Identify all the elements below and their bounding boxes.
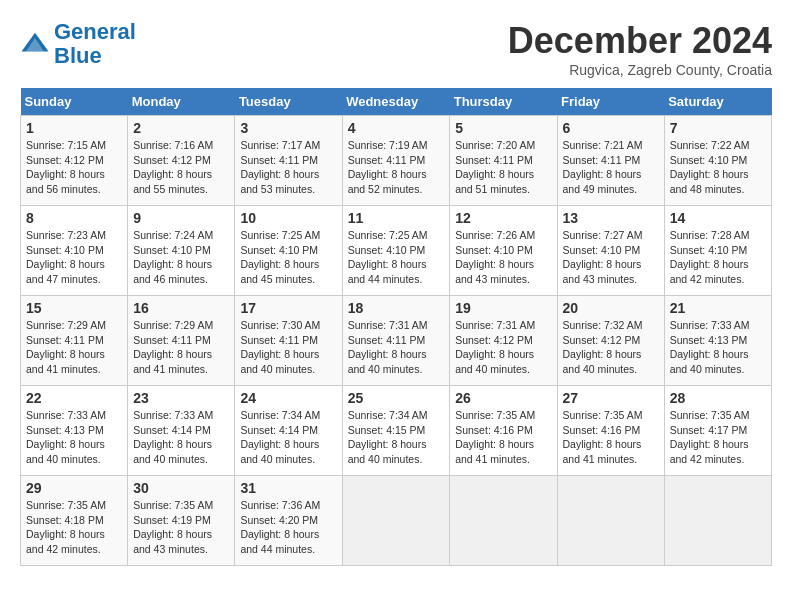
day-info: Sunrise: 7:15 AMSunset: 4:12 PMDaylight:… bbox=[26, 139, 106, 195]
title-block: December 2024 Rugvica, Zagreb County, Cr… bbox=[508, 20, 772, 78]
day-number: 9 bbox=[133, 210, 229, 226]
calendar-week-4: 22Sunrise: 7:33 AMSunset: 4:13 PMDayligh… bbox=[21, 386, 772, 476]
header-day-tuesday: Tuesday bbox=[235, 88, 342, 116]
day-info: Sunrise: 7:27 AMSunset: 4:10 PMDaylight:… bbox=[563, 229, 643, 285]
day-number: 20 bbox=[563, 300, 659, 316]
day-number: 17 bbox=[240, 300, 336, 316]
day-info: Sunrise: 7:31 AMSunset: 4:11 PMDaylight:… bbox=[348, 319, 428, 375]
day-info: Sunrise: 7:35 AMSunset: 4:19 PMDaylight:… bbox=[133, 499, 213, 555]
calendar-cell: 15Sunrise: 7:29 AMSunset: 4:11 PMDayligh… bbox=[21, 296, 128, 386]
day-number: 21 bbox=[670, 300, 766, 316]
calendar-cell bbox=[664, 476, 771, 566]
calendar-cell: 21Sunrise: 7:33 AMSunset: 4:13 PMDayligh… bbox=[664, 296, 771, 386]
calendar-cell: 4Sunrise: 7:19 AMSunset: 4:11 PMDaylight… bbox=[342, 116, 450, 206]
calendar-cell: 8Sunrise: 7:23 AMSunset: 4:10 PMDaylight… bbox=[21, 206, 128, 296]
calendar-cell: 26Sunrise: 7:35 AMSunset: 4:16 PMDayligh… bbox=[450, 386, 557, 476]
day-number: 4 bbox=[348, 120, 445, 136]
day-info: Sunrise: 7:35 AMSunset: 4:16 PMDaylight:… bbox=[455, 409, 535, 465]
day-info: Sunrise: 7:16 AMSunset: 4:12 PMDaylight:… bbox=[133, 139, 213, 195]
day-number: 12 bbox=[455, 210, 551, 226]
calendar-cell: 13Sunrise: 7:27 AMSunset: 4:10 PMDayligh… bbox=[557, 206, 664, 296]
day-number: 18 bbox=[348, 300, 445, 316]
location-subtitle: Rugvica, Zagreb County, Croatia bbox=[508, 62, 772, 78]
calendar-week-2: 8Sunrise: 7:23 AMSunset: 4:10 PMDaylight… bbox=[21, 206, 772, 296]
calendar-week-1: 1Sunrise: 7:15 AMSunset: 4:12 PMDaylight… bbox=[21, 116, 772, 206]
calendar-cell: 29Sunrise: 7:35 AMSunset: 4:18 PMDayligh… bbox=[21, 476, 128, 566]
day-number: 14 bbox=[670, 210, 766, 226]
header-day-monday: Monday bbox=[128, 88, 235, 116]
logo-line2: Blue bbox=[54, 43, 102, 68]
logo-icon bbox=[20, 29, 50, 59]
day-number: 29 bbox=[26, 480, 122, 496]
day-number: 2 bbox=[133, 120, 229, 136]
day-number: 5 bbox=[455, 120, 551, 136]
header-day-friday: Friday bbox=[557, 88, 664, 116]
calendar-cell: 27Sunrise: 7:35 AMSunset: 4:16 PMDayligh… bbox=[557, 386, 664, 476]
day-number: 25 bbox=[348, 390, 445, 406]
calendar-cell: 2Sunrise: 7:16 AMSunset: 4:12 PMDaylight… bbox=[128, 116, 235, 206]
day-number: 10 bbox=[240, 210, 336, 226]
day-number: 1 bbox=[26, 120, 122, 136]
calendar-week-5: 29Sunrise: 7:35 AMSunset: 4:18 PMDayligh… bbox=[21, 476, 772, 566]
calendar-cell bbox=[450, 476, 557, 566]
calendar-cell bbox=[557, 476, 664, 566]
calendar-cell: 11Sunrise: 7:25 AMSunset: 4:10 PMDayligh… bbox=[342, 206, 450, 296]
day-number: 16 bbox=[133, 300, 229, 316]
day-number: 23 bbox=[133, 390, 229, 406]
day-info: Sunrise: 7:25 AMSunset: 4:10 PMDaylight:… bbox=[240, 229, 320, 285]
calendar-cell: 23Sunrise: 7:33 AMSunset: 4:14 PMDayligh… bbox=[128, 386, 235, 476]
day-info: Sunrise: 7:32 AMSunset: 4:12 PMDaylight:… bbox=[563, 319, 643, 375]
calendar-cell: 28Sunrise: 7:35 AMSunset: 4:17 PMDayligh… bbox=[664, 386, 771, 476]
day-info: Sunrise: 7:34 AMSunset: 4:15 PMDaylight:… bbox=[348, 409, 428, 465]
day-number: 15 bbox=[26, 300, 122, 316]
day-info: Sunrise: 7:35 AMSunset: 4:18 PMDaylight:… bbox=[26, 499, 106, 555]
calendar-week-3: 15Sunrise: 7:29 AMSunset: 4:11 PMDayligh… bbox=[21, 296, 772, 386]
day-info: Sunrise: 7:30 AMSunset: 4:11 PMDaylight:… bbox=[240, 319, 320, 375]
day-number: 26 bbox=[455, 390, 551, 406]
day-info: Sunrise: 7:33 AMSunset: 4:13 PMDaylight:… bbox=[26, 409, 106, 465]
day-info: Sunrise: 7:29 AMSunset: 4:11 PMDaylight:… bbox=[26, 319, 106, 375]
day-number: 28 bbox=[670, 390, 766, 406]
day-info: Sunrise: 7:35 AMSunset: 4:16 PMDaylight:… bbox=[563, 409, 643, 465]
calendar-table: SundayMondayTuesdayWednesdayThursdayFrid… bbox=[20, 88, 772, 566]
header-day-wednesday: Wednesday bbox=[342, 88, 450, 116]
day-info: Sunrise: 7:22 AMSunset: 4:10 PMDaylight:… bbox=[670, 139, 750, 195]
month-title: December 2024 bbox=[508, 20, 772, 62]
day-info: Sunrise: 7:36 AMSunset: 4:20 PMDaylight:… bbox=[240, 499, 320, 555]
day-number: 24 bbox=[240, 390, 336, 406]
day-info: Sunrise: 7:24 AMSunset: 4:10 PMDaylight:… bbox=[133, 229, 213, 285]
header-day-saturday: Saturday bbox=[664, 88, 771, 116]
day-number: 13 bbox=[563, 210, 659, 226]
logo-text: General Blue bbox=[54, 20, 136, 68]
day-number: 8 bbox=[26, 210, 122, 226]
calendar-cell: 18Sunrise: 7:31 AMSunset: 4:11 PMDayligh… bbox=[342, 296, 450, 386]
day-info: Sunrise: 7:21 AMSunset: 4:11 PMDaylight:… bbox=[563, 139, 643, 195]
day-number: 7 bbox=[670, 120, 766, 136]
day-info: Sunrise: 7:26 AMSunset: 4:10 PMDaylight:… bbox=[455, 229, 535, 285]
day-info: Sunrise: 7:31 AMSunset: 4:12 PMDaylight:… bbox=[455, 319, 535, 375]
day-info: Sunrise: 7:33 AMSunset: 4:13 PMDaylight:… bbox=[670, 319, 750, 375]
day-info: Sunrise: 7:17 AMSunset: 4:11 PMDaylight:… bbox=[240, 139, 320, 195]
calendar-cell: 12Sunrise: 7:26 AMSunset: 4:10 PMDayligh… bbox=[450, 206, 557, 296]
day-number: 19 bbox=[455, 300, 551, 316]
calendar-cell: 30Sunrise: 7:35 AMSunset: 4:19 PMDayligh… bbox=[128, 476, 235, 566]
header-day-sunday: Sunday bbox=[21, 88, 128, 116]
day-info: Sunrise: 7:23 AMSunset: 4:10 PMDaylight:… bbox=[26, 229, 106, 285]
day-info: Sunrise: 7:33 AMSunset: 4:14 PMDaylight:… bbox=[133, 409, 213, 465]
calendar-cell: 6Sunrise: 7:21 AMSunset: 4:11 PMDaylight… bbox=[557, 116, 664, 206]
calendar-cell: 9Sunrise: 7:24 AMSunset: 4:10 PMDaylight… bbox=[128, 206, 235, 296]
day-number: 3 bbox=[240, 120, 336, 136]
day-info: Sunrise: 7:35 AMSunset: 4:17 PMDaylight:… bbox=[670, 409, 750, 465]
calendar-cell: 19Sunrise: 7:31 AMSunset: 4:12 PMDayligh… bbox=[450, 296, 557, 386]
calendar-header-row: SundayMondayTuesdayWednesdayThursdayFrid… bbox=[21, 88, 772, 116]
day-info: Sunrise: 7:28 AMSunset: 4:10 PMDaylight:… bbox=[670, 229, 750, 285]
header-day-thursday: Thursday bbox=[450, 88, 557, 116]
day-number: 31 bbox=[240, 480, 336, 496]
calendar-cell bbox=[342, 476, 450, 566]
page-header: General Blue December 2024 Rugvica, Zagr… bbox=[20, 20, 772, 78]
calendar-cell: 7Sunrise: 7:22 AMSunset: 4:10 PMDaylight… bbox=[664, 116, 771, 206]
day-number: 30 bbox=[133, 480, 229, 496]
calendar-cell: 16Sunrise: 7:29 AMSunset: 4:11 PMDayligh… bbox=[128, 296, 235, 386]
day-info: Sunrise: 7:29 AMSunset: 4:11 PMDaylight:… bbox=[133, 319, 213, 375]
day-info: Sunrise: 7:19 AMSunset: 4:11 PMDaylight:… bbox=[348, 139, 428, 195]
